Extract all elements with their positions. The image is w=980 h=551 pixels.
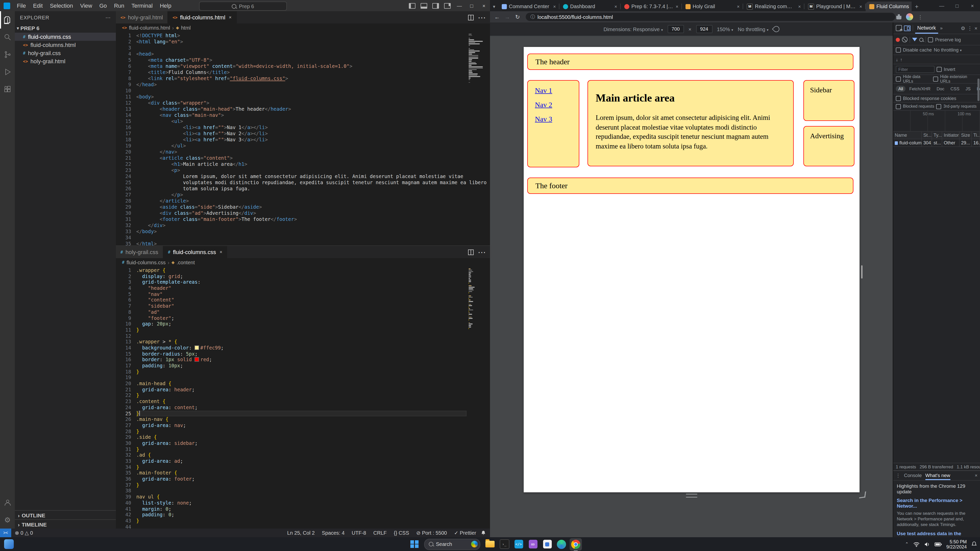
close-tab-icon[interactable]: × [614,4,617,9]
editor-tab-fluid-columns.html[interactable]: <>fluid-columns.html× [168,11,237,24]
status-item[interactable]: UTF-8 [352,530,366,536]
inspect-element-icon[interactable] [896,25,902,31]
battery-icon[interactable] [935,542,942,546]
network-throttling-select[interactable]: No throttling ▾ [934,48,962,52]
viewport-width-input[interactable]: 700 [667,25,684,33]
menu-selection[interactable]: Selection [46,0,76,11]
breadcrumb[interactable]: <> fluid-columns.html › ◆ html [116,24,490,32]
close-drawer-icon[interactable]: × [975,473,977,478]
menu-help[interactable]: Help [156,0,175,11]
whats-new-link[interactable]: Search in the Performance > Networ... [897,497,977,509]
toggle-device-toolbar-icon[interactable] [904,25,911,31]
close-tab-icon[interactable]: × [737,4,740,9]
taskbar-app-white-app[interactable] [541,538,553,550]
viewport-height-input[interactable]: 924 [696,25,712,33]
browser-tab-Playground | MDN[interactable]: MPlayground | MDN× [804,2,865,11]
invert-checkbox[interactable] [937,67,942,72]
wifi-icon[interactable] [913,541,920,547]
close-button[interactable]: × [965,0,980,11]
third-party-checkbox[interactable] [936,104,942,109]
menu-edit[interactable]: Edit [29,0,46,11]
browser-tab-Fluid Columns[interactable]: Fluid Columns× [865,2,912,11]
status-item[interactable]: ⊘ Port : 5500 [416,530,447,536]
tray-overflow-icon[interactable]: ⌃ [905,542,908,546]
device-dimensions-select[interactable]: Dimensions: Responsive ▾ [604,26,663,32]
split-editor-icon[interactable] [468,249,474,255]
file-item-fluid-columns.html[interactable]: <>fluid-columns.html [15,41,116,49]
status-item[interactable]: CRLF [373,530,387,536]
taskbar-app-visual-studio[interactable]: ∞ [527,538,539,550]
blocked-requests-checkbox[interactable] [896,104,901,109]
taskbar-clock[interactable]: 5:50 PM 9/22/2024 [946,539,967,549]
vscode-command-center[interactable]: Prep 6 [199,2,287,11]
account-icon[interactable] [0,494,15,511]
close-tab-icon[interactable]: × [553,4,556,9]
profile-avatar[interactable] [906,13,913,21]
taskbar-app-vscode[interactable]: </> [512,538,525,550]
menu-file[interactable]: File [13,0,29,11]
timeline-section[interactable]: › TIMELINE [15,519,116,529]
notifications-icon[interactable] [971,541,977,547]
chrome-menu-icon[interactable]: ⋮ [918,14,923,20]
browser-tab-Realizing common l...[interactable]: MRealizing common l...× [743,2,804,11]
browser-tab-Dashboard[interactable]: Dashboard× [559,2,620,11]
network-filter-input[interactable]: Filter [896,66,935,73]
viewport-resize-handle[interactable] [686,494,697,497]
filter-icon[interactable] [912,38,917,41]
customize-layout-icon[interactable] [444,3,451,8]
problems-indicator[interactable]: ⊗ 0 △ 0 [15,530,33,536]
breadcrumb[interactable]: # fluid-columns.css › ◆ .content [116,258,490,266]
filter-chip-doc[interactable]: Doc [934,86,947,92]
explorer-more-actions-icon[interactable]: ⋯ [105,14,111,20]
close-tab-icon[interactable]: × [676,4,678,9]
taskbar-app-terminal[interactable]: ›_ [498,538,511,550]
more-tabs-icon[interactable]: » [940,25,942,30]
code-editor-html[interactable]: 1234567891011121314151617181920212223242… [116,32,490,245]
reload-icon[interactable]: ↻ [512,14,523,20]
menu-run[interactable]: Run [110,0,128,11]
status-item[interactable]: Spaces: 4 [322,530,345,536]
network-tab[interactable]: Network [915,22,938,34]
minimize-button[interactable]: — [934,0,950,11]
editor-tab-holy-grail.css[interactable]: #holy-grail.css [116,246,163,258]
console-drawer-tab[interactable]: Console [904,471,922,480]
record-network-log-icon[interactable] [896,38,900,41]
page-nav-link-nav-2[interactable]: Nav 2 [535,101,579,109]
remote-indicator[interactable]: >< [0,529,11,537]
throttling-select[interactable]: No throttling ▾ [738,26,768,32]
zoom-select[interactable]: 150% ▾ [717,26,733,32]
devtools-close-icon[interactable]: × [974,25,977,31]
status-item[interactable]: {} CSS [394,530,409,536]
devtools-menu-icon[interactable]: ⋮ [967,25,972,31]
editor-tab-fluid-columns.css[interactable]: #fluid-columns.css× [163,246,228,258]
minimize-button[interactable]: — [453,0,466,11]
settings-gear-icon[interactable]: ⚙ [0,511,15,529]
preserve-log-checkbox[interactable] [928,37,933,42]
status-item[interactable]: ✓ Prettier [454,530,476,536]
address-bar[interactable]: ⓘ localhost:5500/fluid-columns.html [526,13,895,21]
site-info-icon[interactable]: ⓘ [530,14,535,20]
blocked-cookies-checkbox[interactable] [896,96,901,101]
minimap[interactable] [469,34,484,83]
disable-cache-checkbox[interactable] [896,48,901,52]
back-icon[interactable]: ← [492,14,502,20]
whats-new-link[interactable]: Use test address data in the Autofill ..… [897,530,977,537]
hide-data-urls-checkbox[interactable] [896,76,901,82]
editor-tab-holy-grail.html[interactable]: <>holy-grail.html [116,11,168,24]
taskbar-app-file-explorer[interactable] [484,538,496,550]
close-tab-icon[interactable]: × [798,4,801,9]
maximize-button[interactable]: □ [950,0,965,11]
page-nav-link-nav-3[interactable]: Nav 3 [535,115,579,124]
run-debug-icon[interactable] [0,63,15,81]
extensions-puzzle-icon[interactable] [896,14,901,19]
close-tab-icon[interactable]: × [220,249,222,254]
volume-icon[interactable] [924,541,930,547]
forward-icon[interactable]: → [502,14,512,20]
search-view-icon[interactable] [0,29,15,46]
page-nav-link-nav-1[interactable]: Nav 1 [535,87,579,95]
filter-chip-js[interactable]: JS [963,86,973,92]
close-tab-icon[interactable]: × [229,15,232,20]
menu-terminal[interactable]: Terminal [128,0,156,11]
new-tab-button[interactable]: + [912,2,922,11]
clear-network-log-icon[interactable] [902,37,907,42]
